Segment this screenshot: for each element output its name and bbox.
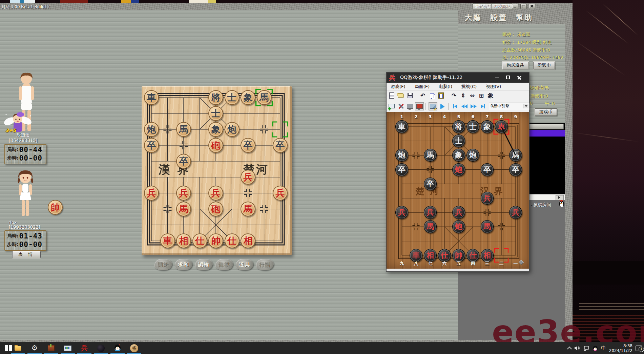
sidebar-menu-item-0[interactable]: 大廳 xyxy=(465,13,482,22)
helper-board-piece[interactable]: 車 xyxy=(410,249,422,262)
helper-chess-board[interactable]: 楚河汉界 車将士象車士炮馬象炮馬卒卒卒卒炮兵兵兵兵兵馬炮馬車相仕帥仕相 1234… xyxy=(387,112,529,269)
helper-board-piece[interactable]: 兵 xyxy=(424,206,437,219)
go-prev-button[interactable] xyxy=(460,103,469,110)
main-board-piece[interactable]: 將 xyxy=(208,90,223,105)
helper-board-piece[interactable]: 士 xyxy=(452,134,465,147)
main-board-piece[interactable]: 卒 xyxy=(241,138,255,153)
main-board-piece[interactable]: 卒 xyxy=(273,138,288,153)
helper-board-piece[interactable]: 士 xyxy=(466,120,479,133)
monitor-on-button[interactable] xyxy=(415,102,424,110)
main-board-piece[interactable]: 卒 xyxy=(176,154,191,169)
main-board-piece[interactable]: 兵 xyxy=(208,186,223,201)
taskbar-item-gear[interactable]: ⚙ xyxy=(27,342,42,354)
main-board-piece[interactable]: 相 xyxy=(241,233,255,248)
taskbar-item-folder[interactable] xyxy=(10,342,26,354)
capture-button[interactable] xyxy=(429,102,437,110)
taskbar-item-qq[interactable] xyxy=(110,342,125,354)
tray-expand-icon[interactable] xyxy=(567,346,572,351)
undo-icon[interactable]: ↶ xyxy=(419,92,427,99)
network-icon[interactable] xyxy=(583,346,589,351)
go-last-button[interactable] xyxy=(479,103,487,110)
helper-board-piece[interactable]: 卒 xyxy=(509,163,522,176)
grid-icon[interactable]: ⊞ xyxy=(477,92,485,99)
helper-board-piece[interactable]: 帥 xyxy=(452,249,465,262)
main-board-piece[interactable]: 帥 xyxy=(208,233,223,248)
notification-icon[interactable]: 1 xyxy=(636,346,642,351)
close-button[interactable] xyxy=(529,4,535,9)
helper-board-piece[interactable]: 車 xyxy=(495,120,508,133)
helper-board-piece[interactable]: 兵 xyxy=(452,206,465,219)
helper-menu-3[interactable]: 挑战(C) xyxy=(461,84,477,90)
minimize-button[interactable] xyxy=(512,4,518,9)
main-board-piece[interactable]: 仕 xyxy=(192,233,207,248)
main-board-piece[interactable]: 象 xyxy=(208,122,223,137)
main-board-piece[interactable]: 馬 xyxy=(176,122,191,137)
helper-board-piece[interactable]: 相 xyxy=(481,249,494,262)
main-board-piece[interactable]: 兵 xyxy=(273,186,288,201)
taskbar-item-moncharts[interactable] xyxy=(60,342,76,354)
helper-close-button[interactable] xyxy=(516,75,523,81)
restore-button[interactable] xyxy=(520,4,527,9)
helper-menu-2[interactable]: 电脑(I) xyxy=(439,84,452,90)
vip-button[interactable]: 蓝钻贵族 xyxy=(473,3,494,10)
open-icon[interactable] xyxy=(397,92,405,99)
sidebar-menu-item-1[interactable]: 設置 xyxy=(491,13,507,22)
main-chess-board[interactable]: 漢界楚河 車將士象馬士炮馬象炮卒卒卒卒砲兵兵兵兵兵馬砲馬車相仕帥仕相 xyxy=(142,86,292,255)
ime-indicator[interactable]: 中 xyxy=(601,345,606,351)
volume-icon[interactable] xyxy=(574,346,580,351)
helper-board-piece[interactable]: 車 xyxy=(395,120,408,133)
buy-items-button[interactable]: 购买道具 xyxy=(502,62,528,69)
analyze-play-button[interactable] xyxy=(438,103,446,110)
action-button-2[interactable]: 認輸 xyxy=(195,259,213,270)
taskbar-item-chess[interactable]: 将 xyxy=(126,342,142,354)
go-first-button[interactable] xyxy=(451,103,459,110)
helper-maximize-button[interactable] xyxy=(504,75,512,81)
main-board-piece[interactable]: 相 xyxy=(176,233,191,248)
main-board-piece[interactable]: 砲 xyxy=(208,138,223,153)
helper-menu-0[interactable]: 游戏(F) xyxy=(391,84,406,90)
opp-coins-button[interactable]: 游戏币 xyxy=(535,108,557,116)
main-board-piece[interactable]: 砲 xyxy=(208,202,223,216)
redo-icon[interactable]: ↷ xyxy=(450,92,458,99)
helper-board-piece[interactable]: 卒 xyxy=(395,163,408,176)
main-board-piece[interactable]: 兵 xyxy=(176,186,191,201)
helper-board-piece[interactable]: 兵 xyxy=(395,206,408,219)
helper-board-piece[interactable]: 将 xyxy=(452,120,465,133)
main-board-piece[interactable]: 馬 xyxy=(241,202,255,216)
main-board-piece[interactable]: 炮 xyxy=(225,122,240,137)
helper-board-piece[interactable]: 卒 xyxy=(481,163,494,176)
main-board-piece[interactable]: 兵 xyxy=(144,186,159,201)
clock[interactable]: 8:38 2024/11/22 xyxy=(609,343,632,353)
xiang-icon[interactable]: 象 xyxy=(486,92,495,99)
main-board-piece[interactable]: 卒 xyxy=(144,138,159,153)
main-board-piece[interactable]: 兵 xyxy=(241,170,255,185)
helper-menu-4[interactable]: 视图(V) xyxy=(486,84,501,90)
helper-board-piece[interactable]: 兵 xyxy=(509,206,522,219)
copy-icon[interactable] xyxy=(428,92,436,99)
engine-select[interactable]: 0易中引擎 xyxy=(489,103,529,110)
helper-board-piece[interactable]: 仕 xyxy=(438,249,451,262)
game-shop-button[interactable]: 游戏商城 xyxy=(491,3,512,10)
helper-board-piece[interactable]: 炮 xyxy=(452,163,465,176)
action-button-4[interactable]: 道具 xyxy=(236,259,253,270)
helper-minimize-button[interactable] xyxy=(493,75,501,81)
main-board-piece[interactable]: 馬 xyxy=(257,90,272,105)
dropdown-arrow-button[interactable] xyxy=(523,104,528,108)
room-tree-node[interactable]: - 象棋房间 xyxy=(531,202,551,208)
helper-board-piece[interactable]: 相 xyxy=(424,249,437,262)
helper-board-piece[interactable]: 象 xyxy=(481,120,494,133)
new-window-button[interactable] xyxy=(388,103,396,110)
helper-titlebar[interactable]: 兵 QQ游戏-象棋作弊助手-11.22 xyxy=(387,72,529,83)
fliph-icon[interactable]: ⇔ xyxy=(468,92,476,99)
flipv-icon[interactable]: ⇕ xyxy=(459,92,467,99)
main-board-piece[interactable]: 仕 xyxy=(225,233,240,248)
helper-board-piece[interactable]: 兵 xyxy=(481,192,494,205)
main-board-piece[interactable]: 車 xyxy=(144,90,159,105)
coins-button[interactable]: 游戏币 xyxy=(533,62,555,69)
main-board-piece[interactable]: 象 xyxy=(241,90,255,105)
helper-board-piece[interactable]: 仕 xyxy=(466,249,479,262)
main-board-piece[interactable]: 炮 xyxy=(144,122,159,137)
main-board-piece[interactable]: 士 xyxy=(208,106,223,121)
taskbar-item-dark[interactable] xyxy=(93,342,109,354)
scroll-right-button[interactable] xyxy=(556,195,564,200)
